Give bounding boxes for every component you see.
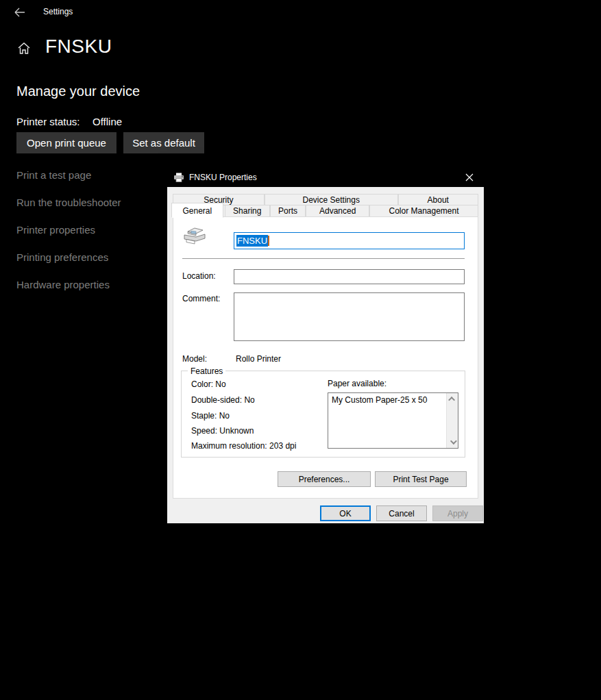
separator [182, 258, 465, 259]
comment-label: Comment: [182, 294, 220, 303]
link-run-troubleshooter[interactable]: Run the troubleshooter [16, 197, 121, 208]
features-legend: Features [188, 366, 225, 376]
printer-icon-large [182, 227, 207, 248]
link-print-test-page[interactable]: Print a test page [16, 169, 91, 181]
chevron-down-icon [450, 438, 457, 445]
cancel-button[interactable]: Cancel [376, 505, 427, 521]
selected-text: FNSKU [236, 235, 268, 247]
model-value: Rollo Printer [236, 354, 281, 364]
tab-ports[interactable]: Ports [270, 205, 306, 217]
feature-staple: Staple: No [191, 411, 230, 421]
tab-advanced[interactable]: Advanced [306, 205, 369, 217]
model-label: Model: [182, 354, 207, 364]
link-printing-preferences[interactable]: Printing preferences [16, 251, 108, 263]
dialog-titlebar: FNSKU Properties [167, 167, 484, 187]
tab-about[interactable]: About [398, 194, 478, 205]
back-arrow-icon [14, 7, 25, 18]
home-icon [17, 42, 31, 58]
printer-name-input[interactable]: FNSKU [234, 232, 465, 249]
app-title: Settings [43, 7, 73, 16]
comment-input[interactable] [234, 292, 465, 341]
link-hardware-properties[interactable]: Hardware properties [16, 279, 110, 290]
feature-color: Color: No [191, 379, 226, 389]
scrollbar[interactable] [446, 393, 458, 448]
section-heading: Manage your device [16, 84, 140, 99]
tab-sharing[interactable]: Sharing [225, 205, 270, 217]
features-groupbox: Features Color: No Double-sided: No Stap… [181, 371, 465, 458]
feature-max-resolution: Maximum resolution: 203 dpi [191, 441, 296, 451]
apply-button[interactable]: Apply [432, 505, 483, 521]
chevron-up-icon [448, 397, 455, 403]
text-caret [268, 236, 269, 246]
close-icon [465, 173, 474, 182]
paper-available-listbox[interactable]: My Custom Paper-25 x 50 [328, 392, 458, 449]
close-button[interactable] [455, 167, 484, 187]
print-test-page-button[interactable]: Print Test Page [375, 471, 467, 487]
back-button[interactable] [11, 4, 27, 21]
location-label: Location: [182, 271, 216, 281]
scroll-down-button[interactable] [447, 436, 458, 448]
feature-double-sided: Double-sided: No [191, 395, 255, 405]
printer-status-label: Printer status: [16, 116, 80, 127]
tab-general[interactable]: General [171, 203, 223, 218]
printer-icon [173, 173, 184, 182]
feature-speed: Speed: Unknown [191, 426, 254, 436]
set-as-default-button[interactable]: Set as default [123, 132, 204, 153]
printer-properties-dialog: FNSKU Properties Security Device Setting… [167, 166, 485, 524]
page-title: FNSKU [45, 36, 112, 58]
general-tab-page: FNSKU Location: Comment: Model: Rollo Pr… [173, 216, 478, 499]
location-input[interactable] [234, 269, 465, 284]
printer-status-value: Offline [93, 116, 122, 127]
tab-color-management[interactable]: Color Management [369, 205, 478, 217]
dialog-title: FNSKU Properties [189, 173, 455, 182]
scroll-up-button[interactable] [447, 393, 458, 405]
tab-device-settings[interactable]: Device Settings [265, 194, 398, 205]
open-print-queue-button[interactable]: Open print queue [16, 132, 116, 153]
tab-strip: Security Device Settings About General S… [173, 194, 478, 217]
preferences-button[interactable]: Preferences... [278, 471, 371, 487]
paper-list-item[interactable]: My Custom Paper-25 x 50 [328, 393, 458, 407]
link-printer-properties[interactable]: Printer properties [16, 224, 95, 236]
paper-available-label: Paper available: [328, 379, 387, 388]
ok-button[interactable]: OK [320, 505, 371, 521]
